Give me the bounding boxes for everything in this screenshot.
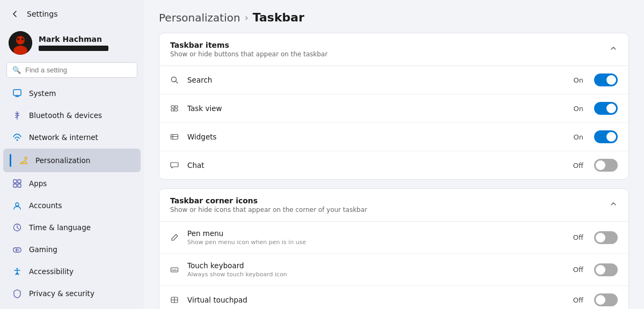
accessibility-icon bbox=[12, 266, 23, 277]
taskbar-items-collapse-button[interactable] bbox=[609, 44, 618, 55]
svg-point-1 bbox=[16, 36, 25, 45]
user-name: Mark Hachman bbox=[39, 35, 108, 43]
privacy-icon bbox=[12, 288, 23, 299]
breadcrumb-current: Taskbar bbox=[253, 11, 304, 24]
widgets-setting-status: On bbox=[574, 133, 583, 141]
sidebar-item-bluetooth[interactable]: Bluetooth & devices bbox=[3, 105, 141, 126]
pen-menu-sublabel: Show pen menu icon when pen is in use bbox=[187, 239, 567, 246]
taskview-setting-row: Task view On bbox=[159, 94, 628, 123]
taskbar-corner-icons-collapse-button[interactable] bbox=[609, 200, 618, 210]
breadcrumb-parent: Personalization bbox=[159, 11, 240, 24]
apps-icon bbox=[12, 178, 23, 189]
chat-setting-icon bbox=[168, 159, 181, 172]
svg-rect-11 bbox=[18, 184, 21, 187]
touch-keyboard-sublabel: Always show touch keyboard icon bbox=[187, 271, 567, 278]
svg-point-3 bbox=[17, 38, 19, 40]
personalization-icon bbox=[18, 155, 29, 166]
virtual-touchpad-setting-row: Virtual touchpad Off bbox=[159, 286, 628, 309]
sidebar-item-personalization[interactable]: Personalization bbox=[3, 149, 141, 172]
search-box[interactable]: 🔍 bbox=[6, 62, 137, 78]
sidebar-item-network-label: Network & internet bbox=[29, 133, 98, 142]
sidebar-item-update[interactable]: Windows Update bbox=[3, 305, 141, 309]
pen-menu-setting-icon bbox=[168, 231, 181, 244]
time-icon bbox=[12, 222, 23, 233]
virtual-touchpad-toggle[interactable] bbox=[594, 293, 618, 306]
search-input[interactable] bbox=[25, 66, 131, 74]
taskbar-items-header-info: Taskbar items Show or hide buttons that … bbox=[170, 41, 327, 58]
sidebar-item-privacy-label: Privacy & security bbox=[29, 289, 94, 298]
search-toggle[interactable] bbox=[594, 73, 618, 86]
svg-rect-9 bbox=[18, 180, 21, 183]
widgets-setting-label: Widgets bbox=[187, 133, 567, 141]
svg-point-7 bbox=[25, 157, 27, 159]
settings-title: Settings bbox=[27, 10, 57, 18]
taskbar-corner-icons-desc: Show or hide icons that appear on the co… bbox=[170, 206, 367, 214]
back-button[interactable] bbox=[9, 8, 21, 20]
svg-point-4 bbox=[21, 38, 24, 40]
sidebar-item-system-label: System bbox=[29, 89, 56, 98]
svg-point-12 bbox=[16, 203, 19, 206]
taskbar-items-header: Taskbar items Show or hide buttons that … bbox=[159, 33, 628, 66]
pen-menu-setting-label: Pen menu bbox=[187, 229, 567, 238]
taskbar-corner-icons-title: Taskbar corner icons bbox=[170, 196, 367, 205]
sidebar: Settings Mark Hachman 🔍 System bbox=[0, 0, 144, 309]
sidebar-item-personalization-label: Personalization bbox=[35, 156, 90, 165]
touch-keyboard-toggle[interactable] bbox=[594, 263, 618, 276]
breadcrumb: Personalization › Taskbar bbox=[159, 11, 629, 24]
user-section: Mark Hachman bbox=[0, 26, 144, 62]
search-setting-label: Search bbox=[187, 76, 567, 84]
user-account-bar bbox=[39, 46, 108, 51]
chat-setting-label: Chat bbox=[187, 161, 567, 170]
sidebar-item-accessibility[interactable]: Accessibility bbox=[3, 261, 141, 282]
avatar bbox=[9, 31, 32, 55]
sidebar-item-accounts-label: Accounts bbox=[29, 201, 62, 210]
svg-point-15 bbox=[18, 249, 19, 251]
taskview-toggle[interactable] bbox=[594, 102, 618, 115]
sidebar-item-network[interactable]: Network & internet bbox=[3, 127, 141, 148]
touch-keyboard-setting-row: Touch keyboard Always show touch keyboar… bbox=[159, 254, 628, 286]
virtual-touchpad-setting-status: Off bbox=[573, 296, 583, 304]
taskbar-items-card: Taskbar items Show or hide buttons that … bbox=[159, 33, 629, 180]
touch-keyboard-setting-icon bbox=[168, 263, 181, 276]
search-setting-icon bbox=[168, 73, 181, 86]
svg-point-6 bbox=[17, 139, 18, 141]
sidebar-item-apps-label: Apps bbox=[29, 179, 47, 188]
svg-rect-18 bbox=[171, 106, 174, 108]
svg-rect-8 bbox=[13, 180, 17, 183]
gaming-icon bbox=[12, 244, 23, 255]
sidebar-header: Settings bbox=[0, 0, 144, 26]
virtual-touchpad-setting-icon bbox=[168, 293, 181, 306]
taskbar-corner-icons-header: Taskbar corner icons Show or hide icons … bbox=[159, 189, 628, 222]
svg-rect-21 bbox=[174, 109, 178, 111]
taskbar-items-title: Taskbar items bbox=[170, 41, 327, 49]
sidebar-item-time-label: Time & language bbox=[29, 223, 91, 232]
taskbar-items-desc: Show or hide buttons that appear on the … bbox=[170, 50, 327, 58]
main-content: Personalization › Taskbar Taskbar items … bbox=[144, 0, 644, 309]
network-icon bbox=[12, 132, 23, 143]
svg-rect-19 bbox=[175, 106, 178, 108]
search-icon: 🔍 bbox=[12, 66, 21, 74]
sidebar-item-bluetooth-label: Bluetooth & devices bbox=[29, 111, 102, 120]
sidebar-item-accounts[interactable]: Accounts bbox=[3, 195, 141, 216]
accounts-icon bbox=[12, 200, 23, 211]
sidebar-item-accessibility-label: Accessibility bbox=[29, 267, 74, 276]
sidebar-item-gaming[interactable]: Gaming bbox=[3, 239, 141, 260]
widgets-setting-icon bbox=[168, 130, 181, 143]
widgets-setting-row: Widgets On bbox=[159, 123, 628, 151]
sidebar-item-privacy[interactable]: Privacy & security bbox=[3, 283, 141, 304]
taskview-setting-status: On bbox=[574, 105, 583, 113]
sidebar-item-system[interactable]: System bbox=[3, 83, 141, 104]
chat-toggle[interactable] bbox=[594, 159, 618, 172]
taskbar-corner-icons-card: Taskbar corner icons Show or hide icons … bbox=[159, 188, 629, 309]
breadcrumb-separator: › bbox=[245, 12, 248, 23]
sidebar-item-time[interactable]: Time & language bbox=[3, 217, 141, 238]
widgets-toggle[interactable] bbox=[594, 130, 618, 143]
pen-menu-setting-status: Off bbox=[573, 233, 583, 241]
sidebar-item-gaming-label: Gaming bbox=[29, 245, 57, 254]
active-indicator bbox=[10, 154, 11, 167]
svg-rect-20 bbox=[171, 109, 174, 111]
system-icon bbox=[12, 88, 23, 99]
chat-setting-row: Chat Off bbox=[159, 151, 628, 179]
pen-menu-toggle[interactable] bbox=[594, 231, 618, 244]
sidebar-item-apps[interactable]: Apps bbox=[3, 173, 141, 194]
